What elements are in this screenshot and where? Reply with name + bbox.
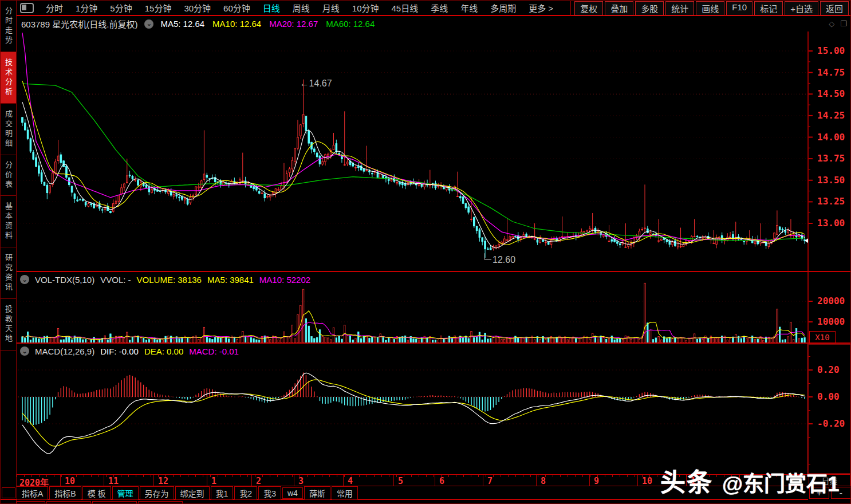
period-tab-10[interactable]: 45日线 [385,1,425,15]
svg-text:14.50: 14.50 [817,88,845,99]
date-separator [343,475,344,486]
svg-text:15.00: 15.00 [817,45,845,56]
clipped-tab-row: 常用技术指标特色指标自定指标 [17,501,183,504]
bottom-tab-6[interactable]: 我1 [211,486,234,500]
bottom-tab-11[interactable]: 常用 [332,486,358,500]
svg-text:10000: 10000 [817,316,845,327]
clipped-tab-3[interactable]: 自定指标 [138,501,183,504]
sidebar-tab-0[interactable]: 分时走势 [1,1,16,52]
macd-chart[interactable]: 0.200.00-0.20 [17,344,851,474]
stock-info-row: 603789 星光农机(日线.前复权) ⌄ MA5: 12.64MA10: 12… [17,16,850,32]
toolbar-button-8[interactable]: 返回 [820,1,849,15]
macd-header-part-2: MACD: -0.01 [189,346,239,356]
date-label-1: 10 [65,476,75,486]
date-label-8: 5 [398,476,403,486]
toolbar-button-0[interactable]: 复权 [574,1,603,15]
date-separator [60,475,61,486]
chevron-down-icon[interactable]: ⌄ [20,346,29,356]
watermark-handle: @东门赏石1 [722,467,840,498]
period-tab-1[interactable]: 1分钟 [69,1,104,15]
stock-title: 603789 星光农机(日线.前复权) [21,18,137,30]
bottom-tab-2[interactable]: 模 板 [82,486,111,500]
bottom-tab-3[interactable]: 管理 [112,486,139,500]
period-tab-8[interactable]: 月线 [316,1,346,15]
clipped-tab-1[interactable]: 技术指标 [46,501,91,504]
svg-text:13.25: 13.25 [817,196,845,207]
svg-text:20000: 20000 [817,296,845,306]
layout-split-icon[interactable] [20,3,34,13]
period-tab-12[interactable]: 年线 [454,1,484,15]
toolbar-button-1[interactable]: 叠加 [605,1,633,15]
toolbar-buttons: 复权叠加多股统计画线F10标记+自选返回 [570,1,849,15]
sidebar-tab-6[interactable]: 投教天地 [1,299,16,351]
bottom-tab-9[interactable]: w4 [282,487,303,499]
toolbar-button-3[interactable]: 统计 [665,1,694,15]
period-tab-9[interactable]: 10分钟 [346,1,385,15]
tdx-app: 分时1分钟5分钟15分钟30分钟60分钟日线周线月线10分钟45日线季线年线多周… [0,0,851,504]
date-label-4: 1 [211,476,216,486]
toolbar-button-5[interactable]: F10 [726,1,752,15]
bottom-tab-1[interactable]: 指标B [49,486,81,500]
toolbar-button-4[interactable]: 画线 [696,1,724,15]
date-label-2: 11 [108,476,119,486]
date-label-13: 10 [642,476,652,486]
diamond-icon[interactable]: ◇ [829,19,834,28]
chevron-down-icon[interactable]: ⌄ [144,19,153,29]
period-tab-7[interactable]: 周线 [286,1,316,15]
period-tab-4[interactable]: 30分钟 [178,1,217,15]
sidebar-tab-3[interactable]: 分价表 [1,155,16,196]
left-sidebar: 分时走势技术分析成交明细分价表基本资料研究资讯投教天地 [1,1,17,503]
window-corner-icons: ◇ ❐ [829,16,847,32]
watermark: 头条 @东门赏石1 [660,462,840,499]
volume-header-part-2: MA5: 39841 [207,275,254,285]
period-tab-14[interactable]: 更多 > [522,1,560,15]
pane-divider-2 [17,342,850,344]
sidebar-tab-2[interactable]: 成交明细 [1,104,16,155]
svg-text:0.00: 0.00 [817,391,840,402]
bottom-tab-10[interactable]: 薛斯 [304,486,330,500]
period-tab-6[interactable]: 日线 [257,1,286,15]
pane-divider-1 [17,271,850,272]
sidebar-tab-5[interactable]: 研究资讯 [1,247,16,299]
period-menu: 分时1分钟5分钟15分钟30分钟60分钟日线周线月线10分钟45日线季线年线多周… [40,1,560,15]
date-separator [483,475,483,486]
period-tab-0[interactable]: 分时 [40,1,69,15]
toolbar-button-7[interactable]: +自选 [785,1,818,15]
bottom-tab-4[interactable]: 另存为 [140,486,174,500]
period-tab-11[interactable]: 季线 [424,1,454,15]
macd-header: ⌄ MACD(12,26,9) DIF: -0.00DEA: 0.00MACD:… [17,344,239,358]
date-separator [104,475,104,486]
svg-text:-0.20: -0.20 [817,418,845,429]
kline-chart[interactable]: 15.0014.7514.5014.2514.0013.7513.5013.25… [17,32,851,272]
bottom-tab-8[interactable]: 我3 [258,486,281,500]
ma-value-2: MA20: 12.67 [269,19,318,29]
ma-value-3: MA60: 12.64 [326,19,375,29]
sidebar-tab-4[interactable]: 基本资料 [1,196,16,247]
bottom-tab-5[interactable]: 绑定到 [175,486,210,500]
volume-header-part-0: VVOL: - [100,275,131,285]
period-toolbar: 分时1分钟5分钟15分钟30分钟60分钟日线周线月线10分钟45日线季线年线多周… [17,1,850,16]
ma-value-1: MA10: 12.64 [212,19,261,29]
period-tab-3[interactable]: 15分钟 [139,1,178,15]
svg-text:14.00: 14.00 [817,132,845,143]
bottom-tab-0[interactable]: 指标A [17,486,48,500]
date-label-11: 8 [541,476,546,486]
clipped-tab-0[interactable]: 常用 [17,501,45,504]
toolbar-button-2[interactable]: 多股 [635,1,664,15]
macd-header-part-0: DIF: -0.00 [100,346,139,356]
clipped-tab-2[interactable]: 特色指标 [92,501,137,504]
period-tab-5[interactable]: 60分钟 [217,1,257,15]
bottom-tab-7[interactable]: 我2 [234,486,257,500]
date-separator [153,475,154,486]
date-label-10: 7 [487,476,493,486]
date-separator [637,475,638,486]
sidebar-tab-1[interactable]: 技术分析 [1,52,16,104]
chevron-down-icon[interactable]: ⌄ [20,275,29,284]
date-separator [207,475,207,486]
volume-multiplier-box: X10 [809,331,836,344]
period-tab-13[interactable]: 多周期 [484,1,522,15]
period-tab-2[interactable]: 5分钟 [104,1,138,15]
window-mode-icon[interactable]: ❐ [840,19,847,28]
macd-indicator-name: MACD(12,26,9) [35,346,94,356]
toolbar-button-6[interactable]: 标记 [754,1,783,15]
